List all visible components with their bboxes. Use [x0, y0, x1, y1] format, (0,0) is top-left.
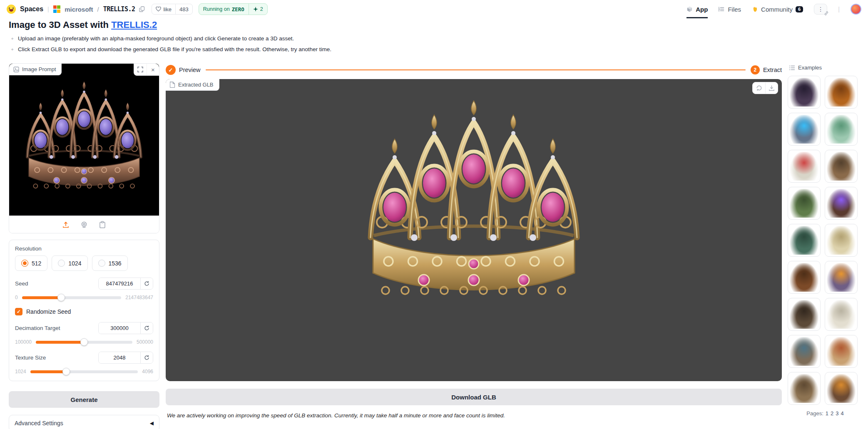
- texture-slider-handle[interactable]: [62, 368, 70, 375]
- cube-icon: [686, 6, 693, 12]
- example-thumbnail-overgrown-city-diorama[interactable]: [788, 187, 821, 220]
- example-thumbnail-gothic-crown[interactable]: [788, 76, 821, 109]
- generation-settings-card: Resolution 512 1024 1536 Seed 0 2147: [9, 240, 159, 381]
- example-thumbnail-flower-bouquet-vase[interactable]: [788, 150, 821, 183]
- pages-label: Pages:: [806, 410, 823, 417]
- tab-app[interactable]: App: [686, 0, 708, 18]
- breadcrumb-slash: /: [97, 6, 99, 13]
- step-extract-label: Extract: [763, 67, 782, 73]
- input-crown-image: [15, 77, 153, 202]
- seed-min: 0: [15, 295, 18, 300]
- decimation-target-input[interactable]: [99, 322, 140, 334]
- example-thumbnail-autumn-foliage[interactable]: [825, 76, 858, 109]
- overgrown-city-diorama-image: [790, 189, 818, 218]
- knight-helmet-statue-image: [827, 226, 856, 255]
- example-thumbnail-mechanical-boar[interactable]: [788, 261, 821, 294]
- example-thumbnail-knight-helmet-statue[interactable]: [825, 224, 858, 257]
- collapse-arrow-icon: ◀: [150, 420, 154, 426]
- texture-slider-track[interactable]: [30, 370, 138, 373]
- seed-input[interactable]: [99, 278, 140, 289]
- download-model-icon[interactable]: [765, 82, 778, 94]
- example-thumbnail-potion-shelf-arch[interactable]: [825, 187, 858, 220]
- rendered-crown-model: [349, 94, 599, 319]
- page-link-3[interactable]: 3: [836, 410, 838, 417]
- spaces-link[interactable]: Spaces: [20, 5, 43, 13]
- reset-camera-icon[interactable]: [753, 82, 765, 94]
- step-extract-number: 2: [751, 65, 760, 74]
- tab-files[interactable]: Files: [719, 0, 741, 18]
- glb-extraction-note: We are actively working on improving the…: [166, 412, 782, 419]
- status-hardware: ZERO: [232, 6, 244, 12]
- list-icon: [789, 65, 795, 70]
- decimation-min: 100000: [15, 339, 32, 345]
- copy-repo-name-icon[interactable]: [139, 6, 145, 12]
- repo-link[interactable]: TRELLIS.2: [103, 5, 135, 13]
- randomize-seed-checkbox[interactable]: ✓: [15, 308, 22, 315]
- page-link-1[interactable]: 1: [826, 410, 828, 417]
- resolution-option-1536[interactable]: 1536: [92, 255, 128, 271]
- webcam-icon[interactable]: [79, 219, 90, 230]
- example-thumbnail-medieval-town-diorama[interactable]: [825, 335, 858, 368]
- example-thumbnail-skeletal-robot[interactable]: [788, 298, 821, 331]
- org-link[interactable]: microsoft: [65, 6, 93, 13]
- texture-reset-icon[interactable]: [140, 352, 153, 363]
- einstein-bust-image: [827, 300, 856, 329]
- decimation-reset-icon[interactable]: [140, 322, 153, 334]
- generate-button[interactable]: Generate: [9, 391, 159, 408]
- replica-count: 2: [260, 6, 263, 12]
- example-thumbnail-room-interior-diorama[interactable]: [825, 150, 858, 183]
- paste-clipboard-icon[interactable]: [97, 219, 108, 230]
- image-prompt-label: Image Prompt: [9, 64, 62, 75]
- huggingface-logo-icon[interactable]: [7, 5, 16, 14]
- page-link-2[interactable]: 2: [831, 410, 833, 417]
- examples-header: Examples: [788, 64, 863, 71]
- example-thumbnail-steampunk-boy[interactable]: [788, 335, 821, 368]
- download-glb-button[interactable]: Download GLB: [166, 389, 782, 405]
- seed-slider-track[interactable]: [22, 296, 122, 299]
- texture-size-input[interactable]: [99, 352, 140, 363]
- seed-slider: 0 2147483647: [15, 295, 153, 300]
- workflow-steps: ✓ Preview 2 Extract: [166, 64, 782, 75]
- files-icon: [719, 6, 725, 12]
- step-connector-line: [206, 69, 746, 71]
- example-thumbnail-wooden-catapult[interactable]: [788, 372, 821, 405]
- decimation-slider-handle[interactable]: [80, 338, 88, 346]
- model-3d-viewer[interactable]: Extracted GLB: [166, 79, 782, 381]
- trellis-link[interactable]: TRELLIS.2: [111, 20, 157, 30]
- user-avatar[interactable]: [851, 4, 861, 15]
- page-link-4[interactable]: 4: [841, 410, 843, 417]
- example-thumbnail-palm-tree[interactable]: [788, 224, 821, 257]
- radio-icon: [98, 260, 105, 267]
- example-thumbnail-witch-with-lanterns[interactable]: [825, 261, 858, 294]
- like-count[interactable]: 483: [175, 4, 192, 14]
- advanced-settings-accordion[interactable]: Advanced Settings ◀: [9, 415, 159, 429]
- instruction-item: Upload an image (preferably with an alph…: [9, 35, 592, 43]
- example-thumbnail-dwarf-with-lantern[interactable]: [825, 372, 858, 405]
- intro-section: Image to 3D Asset with TRELLIS.2 Upload …: [9, 20, 592, 54]
- seed-slider-handle[interactable]: [57, 294, 65, 301]
- example-thumbnail-einstein-bust[interactable]: [825, 298, 858, 331]
- examples-pagination: Pages:1234: [788, 410, 863, 417]
- clear-image-button[interactable]: ×: [147, 64, 159, 75]
- input-panel: Image Prompt ×: [9, 63, 159, 429]
- texture-max: 4096: [142, 369, 153, 374]
- trellis-space-page: Spaces | microsoft / TRELLIS.2 like 483 …: [0, 0, 868, 429]
- decimation-target-label: Decimation Target: [15, 325, 60, 331]
- tab-community[interactable]: Community 6: [752, 0, 803, 18]
- decimation-slider-track[interactable]: [36, 341, 132, 344]
- resolution-option-512[interactable]: 512: [15, 255, 47, 271]
- file-icon: [170, 82, 175, 88]
- example-thumbnail-sci-fi-tank[interactable]: [788, 113, 821, 146]
- example-thumbnail-curled-green-plant[interactable]: [825, 113, 858, 146]
- like-label: like: [163, 6, 172, 12]
- seed-reset-icon[interactable]: [140, 278, 153, 289]
- resolution-option-1024[interactable]: 1024: [52, 255, 87, 271]
- running-status-badge[interactable]: Running onZERO 2: [199, 3, 268, 15]
- upload-icon[interactable]: [60, 219, 71, 230]
- fullscreen-button[interactable]: [134, 64, 147, 75]
- examples-grid: [788, 76, 863, 405]
- like-button[interactable]: like 483: [152, 4, 192, 15]
- uploaded-image-preview[interactable]: [9, 64, 159, 216]
- skeletal-robot-image: [790, 300, 818, 329]
- more-options-button[interactable]: ⋮: [814, 4, 827, 15]
